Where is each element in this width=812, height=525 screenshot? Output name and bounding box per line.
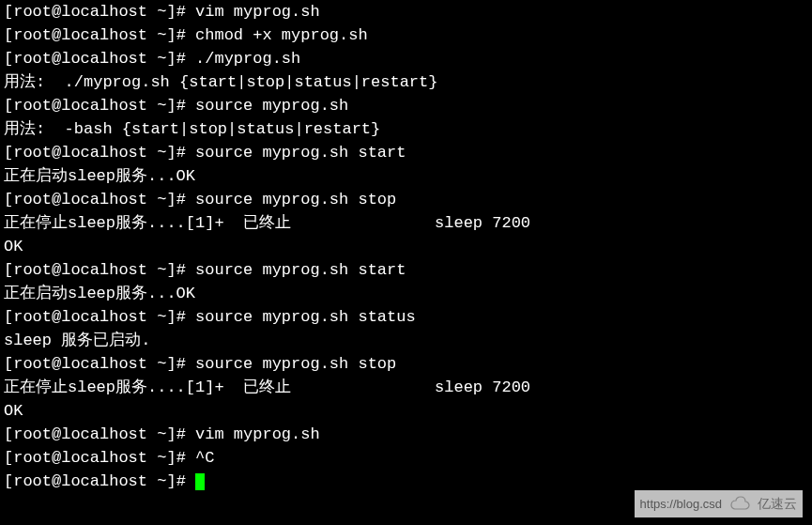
cursor-block: [195, 473, 205, 490]
cloud-icon: [729, 492, 750, 516]
terminal-line: [root@localhost ~]# vim myprog.sh: [4, 423, 808, 446]
terminal-line: [root@localhost ~]# source myprog.sh sto…: [4, 188, 808, 211]
terminal-line: [root@localhost ~]# ./myprog.sh: [4, 47, 808, 70]
terminal-line: 用法: ./myprog.sh {start|stop|status|resta…: [4, 70, 808, 94]
watermark: https://blog.csd 亿速云: [635, 490, 803, 517]
terminal-line: OK: [4, 399, 808, 423]
terminal-line: OK: [4, 235, 808, 258]
prompt-text: [root@localhost ~]#: [4, 472, 195, 490]
terminal-line: [root@localhost ~]# source myprog.sh sto…: [4, 352, 808, 376]
terminal-line: 正在停止sleep服务....[1]+ 已终止 sleep 7200: [4, 211, 808, 235]
watermark-brand: 亿速云: [758, 492, 797, 516]
terminal-line: 正在启动sleep服务...OK: [4, 282, 808, 305]
terminal-output[interactable]: [root@localhost ~]# vim myprog.sh [root@…: [4, 0, 808, 493]
terminal-line: [root@localhost ~]# source myprog.sh sta…: [4, 305, 808, 329]
terminal-line: 用法: -bash {start|stop|status|restart}: [4, 117, 808, 141]
terminal-line: 正在停止sleep服务....[1]+ 已终止 sleep 7200: [4, 376, 808, 399]
terminal-line: [root@localhost ~]# vim myprog.sh: [4, 0, 808, 23]
terminal-line: [root@localhost ~]# source myprog.sh: [4, 94, 808, 117]
terminal-line: [root@localhost ~]# ^C: [4, 446, 808, 470]
terminal-line: [root@localhost ~]# chmod +x myprog.sh: [4, 23, 808, 47]
terminal-line: [root@localhost ~]# source myprog.sh sta…: [4, 258, 808, 282]
terminal-line: sleep 服务已启动.: [4, 329, 808, 352]
terminal-line: [root@localhost ~]# source myprog.sh sta…: [4, 141, 808, 164]
terminal-line: 正在启动sleep服务...OK: [4, 164, 808, 188]
watermark-url: https://blog.csd: [640, 492, 722, 516]
